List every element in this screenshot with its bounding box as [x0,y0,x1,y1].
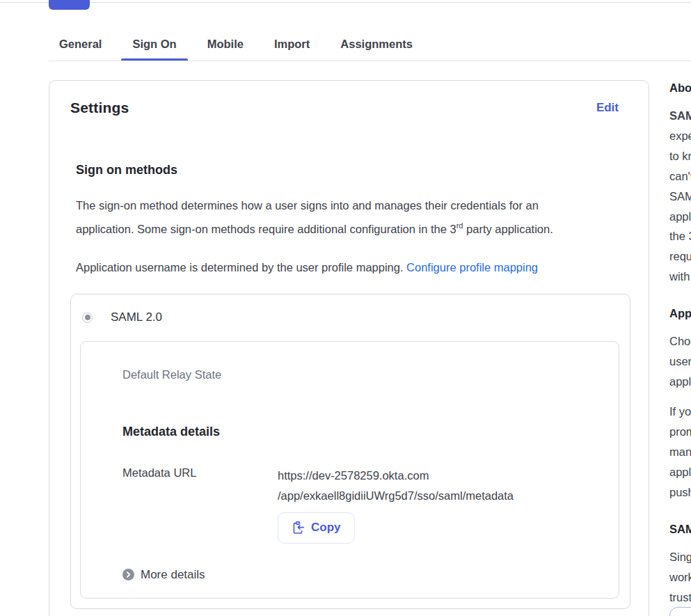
sign-on-methods-heading: Sign on methods [76,163,629,177]
saml-setup-heading: SAML Setup [669,523,691,536]
sign-on-methods-section: Sign on methods The sign-on method deter… [76,163,629,278]
settings-card-header: Settings Edit [70,100,629,116]
copy-button[interactable]: Copy [278,512,355,544]
description-superscript: rd [456,221,463,230]
username-note-text: Application username is determined by th… [76,261,406,274]
tab-sign-on-label: Sign On [132,38,176,51]
chevron-right-circle-icon [122,569,134,581]
metadata-url-line-2: /app/exkaell8gidiiUWrg5d7/sso/saml/metad… [278,486,514,506]
tabbar-divider [49,61,691,61]
about-saml-lines: experience by not requiring the userto k… [669,126,691,287]
tab-assignments-label: Assignments [340,38,413,51]
description-line-2-text: application. Some sign-on methods requir… [76,223,456,235]
tab-assignments[interactable]: Assignments [329,27,424,61]
tab-import[interactable]: Import [263,27,321,61]
edit-button[interactable]: Edit [596,101,619,115]
settings-card: Settings Edit Sign on methods The sign-o… [49,80,649,616]
top-border [0,2,691,3]
help-sidebar: About SAML 2.0 streamlines the end user … [669,0,691,616]
page: General Sign On Mobile Import Assignment… [0,0,691,616]
tab-import-label: Import [274,38,310,51]
metadata-details-heading: Metadata details [122,425,591,439]
tab-general-label: General [59,38,102,51]
saml-radio-label: SAML 2.0 [111,310,162,324]
saml-setup-paragraph: Single Sign On using SAML will notwork u… [669,547,691,608]
about-saml-paragraph: SAML 2.0 streamlines the end user experi… [669,106,691,287]
username-note: Application username is determined by th… [76,258,629,278]
metadata-url-line-1: https://dev-2578259.okta.com [278,466,514,486]
app-tabs: General Sign On Mobile Import Assignment… [48,27,432,61]
saml-method-box: SAML 2.0 Default Relay State Metadata de… [70,294,630,609]
description-line-1: The sign-on method determines how a user… [76,196,629,216]
saml-radio-selected-icon[interactable] [82,313,93,323]
saml-details-box: Default Relay State Metadata details Met… [80,341,619,599]
configure-profile-mapping-link[interactable]: Configure profile mapping [406,261,538,274]
tab-sign-on[interactable]: Sign On [121,27,187,61]
application-username-paragraph-2: If you select None you will beprompted t… [669,402,691,503]
tab-mobile[interactable]: Mobile [196,27,255,61]
default-relay-state-label: Default Relay State [122,368,591,381]
description-line-2: application. Some sign-on methods requir… [76,216,629,239]
tab-general[interactable]: General [48,27,113,61]
sign-on-description: The sign-on method determines how a user… [76,196,629,239]
description-line-2-tail: party application. [463,223,553,235]
header-active-tab-indicator[interactable] [49,0,90,10]
copy-button-label: Copy [311,521,341,535]
more-details-label: More details [141,568,205,582]
tab-mobile-label: Mobile [207,38,244,51]
application-username-paragraph-1: Choose a format to use as the defaultuse… [669,331,691,392]
clipboard-copy-icon [292,521,305,535]
saml-bold-lead: SAML 2.0 [669,109,691,122]
application-username-heading: Application Username [669,307,691,320]
about-saml-line-1: SAML 2.0 streamlines the end user [669,106,691,126]
view-saml-setup-instructions-button[interactable]: View SAML setup instructions [669,607,691,616]
more-details-toggle[interactable]: More details [122,568,591,582]
about-heading: About [669,81,691,95]
metadata-url-row: Metadata URL https://dev-2578259.okta.co… [122,466,591,544]
settings-title: Settings [70,100,129,116]
saml-radio-row[interactable]: SAML 2.0 [71,308,630,327]
metadata-url-label: Metadata URL [122,466,278,544]
metadata-url-value-block: https://dev-2578259.okta.com /app/exkael… [278,466,514,544]
